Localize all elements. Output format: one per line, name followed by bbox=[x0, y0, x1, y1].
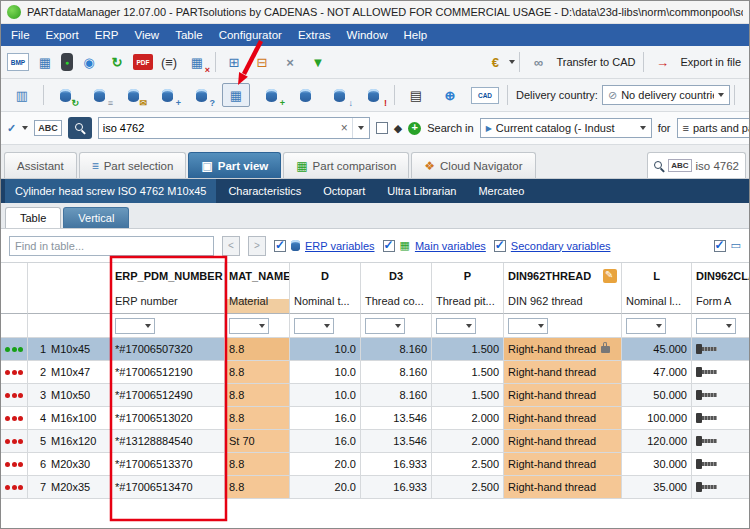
globe-sync-icon[interactable]: ↻ bbox=[105, 51, 129, 73]
cell-erp-number[interactable]: *#13128884540 bbox=[111, 430, 225, 453]
cell-d[interactable]: 20.0 bbox=[290, 476, 361, 499]
structure-icon[interactable]: ⊟ bbox=[250, 51, 274, 73]
cell-d[interactable]: 10.0 bbox=[290, 338, 361, 361]
cell-l[interactable]: 30.000 bbox=[622, 453, 692, 476]
column-filter-select[interactable] bbox=[115, 318, 155, 334]
cell-erp-number[interactable]: *#17006512190 bbox=[111, 361, 225, 384]
db-download-icon[interactable]: ↓ bbox=[326, 84, 352, 106]
table-row[interactable]: 6M20x30 *#17006513370 8.8 20.0 16.933 2.… bbox=[1, 453, 749, 476]
db-mail-icon[interactable]: ✉ bbox=[120, 84, 146, 106]
column-header-l[interactable]: L bbox=[622, 263, 692, 288]
erp-variables-link[interactable]: ERP variables bbox=[305, 240, 375, 252]
cell-material[interactable]: 8.8 bbox=[225, 338, 290, 361]
erp-variables-checkbox[interactable] bbox=[274, 240, 286, 252]
cell-d3[interactable]: 16.933 bbox=[361, 476, 432, 499]
search-history-dropdown[interactable] bbox=[352, 118, 369, 138]
search-option-checkbox[interactable] bbox=[376, 122, 388, 134]
cell-part-name[interactable]: 3M10x50 bbox=[28, 384, 111, 407]
cell-d3[interactable]: 8.160 bbox=[361, 384, 432, 407]
cell-part-name[interactable]: 4M16x100 bbox=[28, 407, 111, 430]
secondary-variables-checkbox[interactable] bbox=[494, 240, 506, 252]
tab-part-comparison[interactable]: ▦ Part comparison bbox=[283, 152, 409, 178]
db-alert-icon[interactable]: ! bbox=[360, 84, 386, 106]
cell-form[interactable] bbox=[692, 430, 750, 453]
table-row[interactable]: 5M16x120 *#13128884540 St 70 16.0 13.546… bbox=[1, 430, 749, 453]
column-filter-select[interactable] bbox=[365, 318, 405, 334]
cad-export-icon[interactable]: CAD bbox=[471, 87, 499, 104]
table-row[interactable]: 3M10x50 *#17006512490 8.8 10.0 8.160 1.5… bbox=[1, 384, 749, 407]
find-prev-button[interactable]: < bbox=[222, 236, 240, 256]
table-row[interactable]: 4M16x100 *#17006513020 8.8 16.0 13.546 2… bbox=[1, 407, 749, 430]
find-next-button[interactable]: > bbox=[248, 236, 266, 256]
table-view-icon[interactable]: ▦ bbox=[33, 51, 57, 73]
cell-part-name[interactable]: 1M10x45 bbox=[28, 338, 111, 361]
menu-window[interactable]: Window bbox=[339, 24, 396, 46]
cell-l[interactable]: 35.000 bbox=[622, 476, 692, 499]
search-target-select[interactable]: ≡ parts and pa... bbox=[677, 118, 750, 138]
cell-erp-number[interactable]: *#17006513370 bbox=[111, 453, 225, 476]
price-icon[interactable]: € bbox=[483, 51, 507, 73]
tab-assistant[interactable]: Assistant bbox=[4, 152, 77, 178]
db-add-icon[interactable]: + bbox=[154, 84, 180, 106]
cell-part-name[interactable]: 7M20x35 bbox=[28, 476, 111, 499]
cell-l[interactable]: 45.000 bbox=[622, 338, 692, 361]
column-filter-select[interactable] bbox=[508, 318, 548, 334]
price-dropdown-icon[interactable] bbox=[509, 60, 515, 64]
find-in-table-input[interactable] bbox=[9, 236, 214, 256]
column-filter-select[interactable] bbox=[626, 318, 666, 334]
cell-thread[interactable]: Right-hand thread bbox=[504, 384, 622, 407]
column-filter-select[interactable] bbox=[294, 318, 334, 334]
search-input[interactable] bbox=[99, 122, 337, 134]
column-header-mat[interactable]: MAT_NAME bbox=[225, 263, 290, 288]
more-tools-icon[interactable]: ▼ bbox=[306, 51, 330, 73]
db-list-icon[interactable]: ≡ bbox=[86, 84, 112, 106]
clear-search-icon[interactable]: × bbox=[337, 121, 352, 135]
cell-d3[interactable]: 13.546 bbox=[361, 430, 432, 453]
cell-thread[interactable]: Right-hand thread bbox=[504, 476, 622, 499]
cell-form[interactable] bbox=[692, 453, 750, 476]
cell-thread[interactable]: Right-hand thread bbox=[504, 407, 622, 430]
cell-p[interactable]: 1.500 bbox=[432, 384, 504, 407]
column-filter-select[interactable] bbox=[229, 318, 269, 334]
cell-d3[interactable]: 13.546 bbox=[361, 407, 432, 430]
traffic-light-icon[interactable]: ● bbox=[61, 53, 73, 71]
subtab-part-title[interactable]: Cylinder head screw ISO 4762 M10x45 bbox=[5, 179, 216, 203]
cell-p[interactable]: 2.500 bbox=[432, 453, 504, 476]
table-remove-icon[interactable]: ▦ × bbox=[185, 51, 209, 73]
tag-icon[interactable]: ◆ bbox=[394, 122, 402, 135]
cell-p[interactable]: 2.500 bbox=[432, 476, 504, 499]
preview-check-icon[interactable]: ✓ bbox=[7, 122, 16, 135]
cell-part-name[interactable]: 5M16x120 bbox=[28, 430, 111, 453]
add-search-icon[interactable] bbox=[408, 122, 421, 135]
delivery-country-select[interactable]: ⊘ No delivery countries bbox=[602, 85, 730, 105]
cell-thread[interactable]: Right-hand thread bbox=[504, 453, 622, 476]
cell-thread[interactable]: Right-hand thread bbox=[504, 338, 622, 361]
sketch-icon[interactable]: × bbox=[278, 51, 302, 73]
filter-search-icon[interactable] bbox=[743, 84, 750, 106]
abc-search-mode-button[interactable]: ABC bbox=[34, 120, 62, 136]
menu-table[interactable]: Table bbox=[167, 24, 211, 46]
db-sync-icon[interactable]: ↻ bbox=[52, 84, 78, 106]
main-variables-link[interactable]: Main variables bbox=[415, 240, 486, 252]
table-row[interactable]: 1M10x45 *#17006507320 8.8 10.0 8.160 1.5… bbox=[1, 338, 749, 361]
cell-form[interactable] bbox=[692, 361, 750, 384]
cell-l[interactable]: 100.000 bbox=[622, 407, 692, 430]
cell-part-name[interactable]: 2M10x47 bbox=[28, 361, 111, 384]
column-header-erp[interactable]: ERP_PDM_NUMBER bbox=[111, 263, 225, 288]
cell-material[interactable]: 8.8 bbox=[225, 407, 290, 430]
tab-part-selection[interactable]: ≡ Part selection bbox=[79, 152, 187, 178]
edit-pencil-icon[interactable] bbox=[603, 269, 617, 283]
menu-help[interactable]: Help bbox=[395, 24, 435, 46]
menu-export[interactable]: Export bbox=[38, 24, 87, 46]
web-locate-icon[interactable]: ⊕ bbox=[437, 84, 463, 106]
cell-material[interactable]: 8.8 bbox=[225, 453, 290, 476]
table-row[interactable]: 2M10x47 *#17006512190 8.8 10.0 8.160 1.5… bbox=[1, 361, 749, 384]
export-in-file-button[interactable]: Export in file bbox=[680, 56, 741, 68]
bmp-export-icon[interactable]: BMP bbox=[7, 53, 29, 71]
cell-erp-number[interactable]: *#17006507320 bbox=[111, 338, 225, 361]
cell-erp-number[interactable]: *#17006513020 bbox=[111, 407, 225, 430]
cell-part-name[interactable]: 6M20x30 bbox=[28, 453, 111, 476]
window-layout-icon[interactable]: ▥ bbox=[9, 84, 35, 106]
globe-icon[interactable]: ◉ bbox=[77, 51, 101, 73]
cell-l[interactable]: 50.000 bbox=[622, 384, 692, 407]
